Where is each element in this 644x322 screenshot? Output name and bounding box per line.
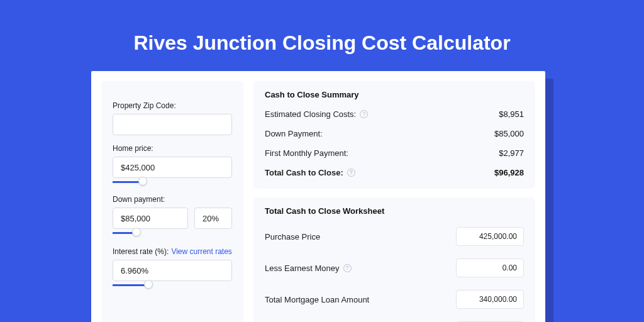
slider-bar xyxy=(113,284,148,286)
view-current-rates-link[interactable]: View current rates xyxy=(171,247,232,256)
help-icon[interactable]: ? xyxy=(347,169,355,177)
worksheet-row-label: Less Earnest Money xyxy=(265,264,340,273)
summary-panel: Cash to Close Summary Estimated Closing … xyxy=(253,81,535,189)
summary-row-value: $2,977 xyxy=(499,148,524,158)
worksheet-row: Total Second Mortgage Amount xyxy=(265,315,524,322)
summary-heading: Cash to Close Summary xyxy=(265,90,524,99)
summary-row: Down Payment: $85,000 xyxy=(265,124,524,143)
worksheet-row-label: Purchase Price xyxy=(265,232,320,242)
summary-row-label: Down Payment: xyxy=(265,129,323,138)
home-price-slider[interactable] xyxy=(113,177,232,186)
interest-rate-label-row: Interest rate (%): View current rates xyxy=(113,247,232,256)
down-payment-input[interactable] xyxy=(113,208,188,229)
results-column: Cash to Close Summary Estimated Closing … xyxy=(253,81,535,322)
interest-rate-slider[interactable] xyxy=(113,280,232,289)
interest-rate-input[interactable] xyxy=(113,260,232,281)
slider-thumb[interactable] xyxy=(138,177,147,186)
help-icon[interactable]: ? xyxy=(360,110,368,118)
summary-row: Estimated Closing Costs: ? $8,951 xyxy=(265,104,524,124)
summary-row-value: $85,000 xyxy=(494,129,524,138)
summary-row-label: First Monthly Payment: xyxy=(265,148,348,158)
slider-thumb[interactable] xyxy=(144,280,153,289)
summary-total-row: Total Cash to Close: ? $96,928 xyxy=(265,163,524,182)
down-payment-label: Down payment: xyxy=(113,195,232,204)
summary-row-value: $8,951 xyxy=(499,109,524,119)
worksheet-panel: Total Cash to Close Worksheet Purchase P… xyxy=(253,197,535,322)
help-icon[interactable]: ? xyxy=(343,264,352,272)
summary-total-value: $96,928 xyxy=(494,168,524,177)
home-price-input[interactable] xyxy=(113,157,232,178)
down-payment-slider[interactable] xyxy=(113,228,232,237)
worksheet-row: Less Earnest Money ? xyxy=(265,252,524,284)
worksheet-row: Purchase Price xyxy=(265,221,524,252)
summary-row: First Monthly Payment: $2,977 xyxy=(265,143,524,163)
worksheet-earnest-money-input[interactable] xyxy=(456,258,524,277)
worksheet-purchase-price-input[interactable] xyxy=(456,227,524,246)
zip-input[interactable] xyxy=(113,114,232,135)
worksheet-row: Total Mortgage Loan Amount xyxy=(265,284,524,315)
worksheet-row-label: Total Mortgage Loan Amount xyxy=(265,295,369,304)
zip-label: Property Zip Code: xyxy=(113,101,232,110)
interest-rate-label: Interest rate (%): xyxy=(113,247,169,256)
worksheet-mortgage-loan-input[interactable] xyxy=(456,290,524,309)
page-title: Rives Junction Closing Cost Calculator xyxy=(0,0,644,55)
inputs-panel: Property Zip Code: Home price: Down paym… xyxy=(101,81,243,322)
summary-total-label: Total Cash to Close: xyxy=(265,168,343,177)
home-price-label: Home price: xyxy=(113,144,232,153)
down-payment-pct-input[interactable] xyxy=(194,208,232,229)
slider-thumb[interactable] xyxy=(132,228,141,236)
summary-row-label: Estimated Closing Costs: xyxy=(265,109,356,119)
worksheet-heading: Total Cash to Close Worksheet xyxy=(265,206,524,216)
calculator-card: Property Zip Code: Home price: Down paym… xyxy=(91,71,545,322)
